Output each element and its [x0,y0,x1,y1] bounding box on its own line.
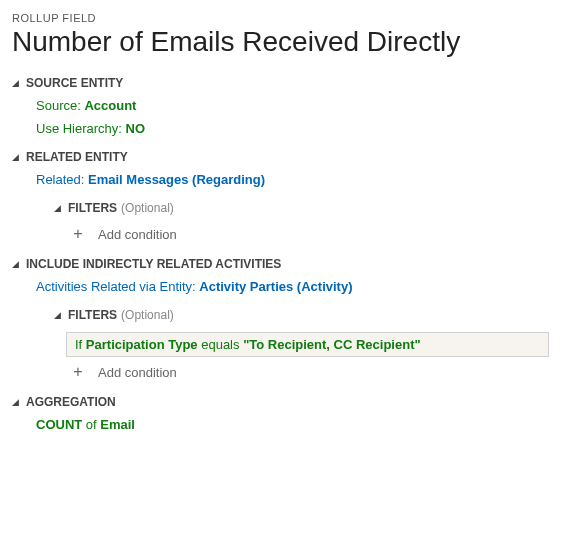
collapse-icon: ◢ [12,78,26,88]
via-label: Activities Related via Entity: [36,279,199,294]
collapse-icon: ◢ [12,152,26,162]
hierarchy-label: Use Hierarchy: [36,121,126,136]
hierarchy-row[interactable]: Use Hierarchy: NO [36,121,549,136]
aggregation-function: COUNT [36,417,82,432]
source-row[interactable]: Source: Account [36,98,549,113]
condition-value: "To Recipient, CC Recipient" [243,337,421,352]
page-title: Number of Emails Received Directly [12,26,549,58]
aggregation-row[interactable]: COUNT of Email [36,417,549,432]
filters-header[interactable]: ◢ Filters (Optional) [54,201,549,215]
filters-block-related: ◢ Filters (Optional) + Add condition [54,201,549,243]
section-label: Source Entity [26,76,123,90]
section-header-indirect[interactable]: ◢ Include Indirectly Related Activities [12,257,549,271]
add-condition-button[interactable]: + Add condition [68,225,549,243]
filters-label: Filters [68,201,117,215]
section-label: Include Indirectly Related Activities [26,257,281,271]
plus-icon: + [68,225,88,243]
via-entity: Activity Parties [199,279,293,294]
filters-block-indirect: ◢ Filters (Optional) If Participation Ty… [54,308,549,381]
collapse-icon: ◢ [54,310,68,320]
page-header: ROLLUP FIELD Number of Emails Received D… [12,12,549,58]
hierarchy-value: NO [126,121,146,136]
source-label: Source: [36,98,84,113]
source-value: Account [84,98,136,113]
related-row[interactable]: Related: Email Messages (Regarding) [36,172,549,187]
condition-op: equals [198,337,244,352]
add-condition-label: Add condition [98,227,177,242]
collapse-icon: ◢ [54,203,68,213]
section-header-related[interactable]: ◢ Related Entity [12,150,549,164]
paren-open: ( [293,279,301,294]
via-field: Activity [301,279,348,294]
related-field: Regarding [196,172,260,187]
section-label: Related Entity [26,150,128,164]
aggregation-of: of [82,417,100,432]
plus-icon: + [68,363,88,381]
section-related-entity: ◢ Related Entity Related: Email Messages… [12,150,549,243]
via-entity-row[interactable]: Activities Related via Entity: Activity … [36,279,549,294]
section-indirect-activities: ◢ Include Indirectly Related Activities … [12,257,549,381]
condition-if: If [75,337,86,352]
collapse-icon: ◢ [12,259,26,269]
paren-close: ) [348,279,352,294]
section-header-source[interactable]: ◢ Source Entity [12,76,549,90]
related-label: Related: [36,172,88,187]
filter-condition-row[interactable]: If Participation Type equals "To Recipie… [66,332,549,357]
section-header-aggregation[interactable]: ◢ Aggregation [12,395,549,409]
filters-optional: (Optional) [121,308,174,322]
add-condition-button[interactable]: + Add condition [68,363,549,381]
related-entity: Email Messages [88,172,188,187]
section-aggregation: ◢ Aggregation COUNT of Email [12,395,549,432]
section-source-entity: ◢ Source Entity Source: Account Use Hier… [12,76,549,136]
page-caption: ROLLUP FIELD [12,12,549,24]
condition-field: Participation Type [86,337,198,352]
filters-header[interactable]: ◢ Filters (Optional) [54,308,549,322]
paren-close: ) [261,172,265,187]
filters-optional: (Optional) [121,201,174,215]
section-label: Aggregation [26,395,116,409]
aggregation-field: Email [100,417,135,432]
filters-label: Filters [68,308,117,322]
collapse-icon: ◢ [12,397,26,407]
add-condition-label: Add condition [98,365,177,380]
